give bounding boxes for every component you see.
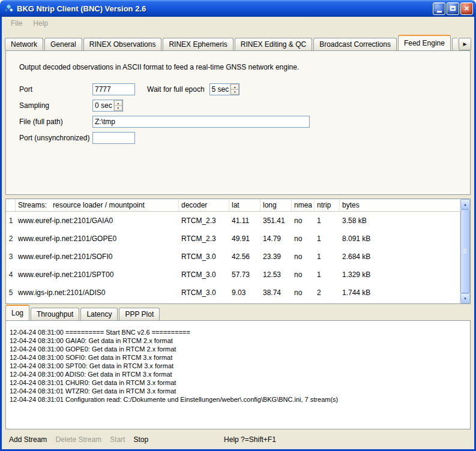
tab-log[interactable]: Log — [5, 305, 29, 320]
feed-engine-description: Output decoded observations in ASCII for… — [19, 63, 462, 71]
stream-ntrip: 2 — [315, 288, 340, 297]
stream-decoder: RTCM_3.0 — [179, 252, 229, 261]
window-title: BKG Ntrip Client (BNC) Version 2.6 — [17, 4, 433, 13]
row-number: 2 — [6, 234, 16, 243]
minimize-button[interactable] — [433, 2, 445, 15]
stream-nmea: no — [292, 234, 315, 243]
stream-long: 38.74 — [261, 288, 292, 297]
scroll-down-icon[interactable]: ▼ — [460, 293, 470, 303]
stream-ntrip: 1 — [315, 217, 340, 225]
sampling-row: Sampling 0 sec ▲ ▼ — [19, 100, 462, 112]
wait-epoch-value: 5 sec — [210, 84, 230, 95]
stream-lat: 57.73 — [229, 270, 261, 279]
port-unsync-input[interactable] — [92, 132, 135, 144]
menu-file[interactable]: File — [5, 18, 28, 29]
stream-lat: 49.91 — [229, 234, 261, 243]
tab-scroll-right-button[interactable]: ▶ — [459, 38, 471, 50]
log-line: 12-04-24 08:31:00 GAIA0: Get data in RTC… — [10, 336, 466, 345]
stream-ntrip: 1 — [315, 234, 340, 243]
stream-nmea: no — [292, 270, 315, 279]
maximize-button[interactable] — [447, 2, 459, 15]
scrollbar-thumb[interactable] — [460, 209, 470, 293]
sampling-value: 0 sec — [93, 100, 113, 111]
stream-decoder: RTCM_3.0 — [179, 288, 229, 297]
header-bytes[interactable]: bytes — [340, 199, 460, 211]
feed-engine-panel: Output decoded observations in ASCII for… — [5, 50, 471, 195]
stream-nmea: no — [292, 252, 315, 261]
table-row[interactable]: 3 www.euref-ip.net:2101/SOFI0 RTCM_3.0 4… — [6, 248, 460, 266]
header-nmea[interactable]: nmea — [292, 199, 315, 211]
tab-rinex-editing-qc[interactable]: RINEX Editing & QC — [235, 38, 312, 50]
action-bar: Add StreamDelete StreamStartStop Help ?=… — [2, 429, 474, 449]
stream-decoder: RTCM_3.0 — [179, 270, 229, 279]
header-row-number — [6, 199, 16, 211]
menu-help[interactable]: Help — [28, 18, 53, 29]
wait-epoch-spinner[interactable]: 5 sec ▲ ▼ — [209, 83, 240, 95]
stream-nmea: no — [292, 288, 315, 297]
stream-mountpoint: www.igs-ip.net:2101/ADIS0 — [16, 288, 179, 297]
bnc-window: BKG Ntrip Client (BNC) Version 2.6 ✕ Fil… — [0, 0, 476, 451]
action-bar-buttons: Add StreamDelete StreamStartStop — [9, 435, 157, 444]
tab-general[interactable]: General — [44, 38, 82, 50]
titlebar[interactable]: BKG Ntrip Client (BNC) Version 2.6 ✕ — [0, 0, 476, 17]
stream-long: 23.39 — [261, 252, 292, 261]
tab-strip: NetworkGeneralRINEX ObservationsRINEX Ep… — [5, 34, 457, 50]
row-number: 5 — [6, 288, 16, 297]
stream-mountpoint: www.euref-ip.net:2101/GAIA0 — [16, 217, 179, 225]
streams-table: Streams: resource loader / mountpoint de… — [5, 199, 471, 304]
table-row[interactable]: 1 www.euref-ip.net:2101/GAIA0 RTCM_2.3 4… — [6, 212, 460, 230]
log-line: 12-04-24 08:31:01 CHUR0: Get data in RTC… — [10, 378, 466, 387]
stream-mountpoint: www.euref-ip.net:2101/SPT00 — [16, 270, 179, 279]
add-stream-button[interactable]: Add Stream — [9, 435, 47, 444]
file-path-label: File (full path) — [19, 118, 92, 126]
header-decoder[interactable]: decoder — [179, 199, 229, 211]
header-long[interactable]: long — [261, 199, 292, 211]
app-icon — [4, 4, 14, 14]
tab-latency[interactable]: Latency — [80, 308, 118, 320]
file-path-input[interactable] — [92, 116, 310, 128]
tab-throughput[interactable]: Throughput — [31, 308, 79, 320]
table-row[interactable]: 2 www.euref-ip.net:2101/GOPE0 RTCM_2.3 4… — [6, 230, 460, 248]
streams-scrollbar[interactable]: ▲ ▼ — [460, 199, 470, 303]
close-button[interactable]: ✕ — [460, 2, 473, 15]
log-line: 12-04-24 08:31:00 SPT00: Get data in RTC… — [10, 362, 466, 370]
sampling-spinner[interactable]: 0 sec ▲ ▼ — [92, 100, 123, 112]
tab-rinex-ephemeris[interactable]: RINEX Ephemeris — [163, 38, 233, 50]
header-lat[interactable]: lat — [229, 199, 261, 211]
sampling-label: Sampling — [19, 101, 92, 110]
table-row[interactable]: 5 www.igs-ip.net:2101/ADIS0 RTCM_3.0 9.0… — [6, 284, 460, 302]
log-line: 12-04-24 08:31:00 ADIS0: Get data in RTC… — [10, 370, 466, 378]
stream-long: 14.79 — [261, 234, 292, 243]
stream-mountpoint: www.euref-ip.net:2101/SOFI0 — [16, 252, 179, 261]
tab-bar: NetworkGeneralRINEX ObservationsRINEX Ep… — [2, 34, 474, 50]
spin-down-icon[interactable]: ▼ — [230, 89, 239, 95]
stream-bytes: 1.744 kB — [340, 288, 460, 297]
tab-serial-ou[interactable]: Serial Ou — [452, 38, 457, 50]
stream-lat: 9.03 — [229, 288, 261, 297]
stop-button[interactable]: Stop — [133, 435, 148, 444]
streams-table-body: 1 www.euref-ip.net:2101/GAIA0 RTCM_2.3 4… — [6, 212, 460, 302]
scroll-up-icon[interactable]: ▲ — [460, 199, 470, 209]
spin-down-icon[interactable]: ▼ — [114, 106, 122, 112]
stream-lat: 42.56 — [229, 252, 261, 261]
delete-stream-button: Delete Stream — [55, 435, 101, 444]
port-input[interactable] — [92, 83, 135, 95]
log-line: 12-04-24 08:31:00 SOFI0: Get data in RTC… — [10, 353, 466, 362]
stream-mountpoint: www.euref-ip.net:2101/GOPE0 — [16, 234, 179, 243]
tab-feed-engine[interactable]: Feed Engine — [398, 35, 451, 50]
tab-broadcast-corrections[interactable]: Broadcast Corrections — [313, 38, 397, 50]
log-line: 12-04-24 08:31:01 Configuration read: C:… — [10, 395, 466, 404]
header-ntrip[interactable]: ntrip — [315, 199, 340, 211]
spin-up-icon[interactable]: ▲ — [114, 100, 122, 106]
spin-up-icon[interactable]: ▲ — [230, 84, 239, 89]
table-row[interactable]: 4 www.euref-ip.net:2101/SPT00 RTCM_3.0 5… — [6, 266, 460, 284]
header-mountpoint[interactable]: Streams: resource loader / mountpoint — [16, 199, 179, 211]
tab-ppp-plot[interactable]: PPP Plot — [119, 308, 160, 320]
log-line: 12-04-24 08:31:00 ========== Start BNC v… — [10, 328, 466, 336]
tab-rinex-observations[interactable]: RINEX Observations — [83, 38, 162, 50]
stream-bytes: 3.58 kB — [340, 217, 460, 225]
log-line: 12-04-24 08:31:01 WTZR0: Get data in RTC… — [10, 387, 466, 395]
tab-network[interactable]: Network — [5, 38, 43, 50]
stream-bytes: 1.329 kB — [340, 270, 460, 279]
port-label: Port — [19, 85, 92, 94]
